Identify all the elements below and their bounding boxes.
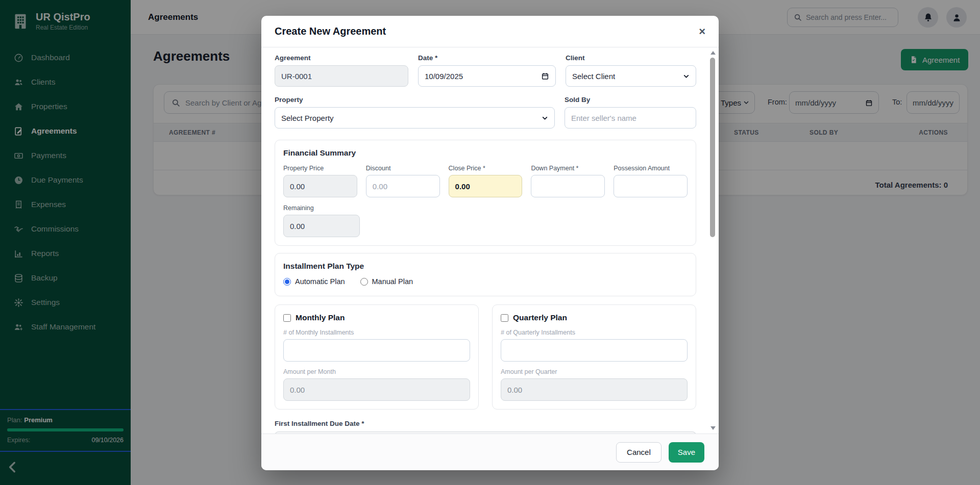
first-due-date-label: First Installment Due Date * xyxy=(275,420,696,427)
close-price-input[interactable]: 0.00 xyxy=(449,175,523,197)
monthly-plan-checkbox[interactable] xyxy=(283,314,291,322)
close-icon[interactable]: × xyxy=(699,26,705,37)
date-field[interactable]: 10/09/2025 xyxy=(418,65,556,87)
modal-title: Create New Agreement xyxy=(275,25,386,37)
client-label: Client xyxy=(566,54,696,62)
scroll-down-arrow[interactable] xyxy=(710,426,716,430)
financial-summary-card: Financial Summary Property Price 0.00 Di… xyxy=(275,140,696,246)
chevron-down-icon xyxy=(683,73,690,80)
save-button[interactable]: Save xyxy=(669,442,704,463)
automatic-plan-radio-input[interactable] xyxy=(283,278,291,286)
down-payment-label: Down Payment * xyxy=(531,165,605,172)
modal-footer: Cancel Save xyxy=(261,433,719,470)
scroll-up-arrow[interactable] xyxy=(710,51,716,55)
quarterly-count-label: # of Quarterly Installments xyxy=(501,329,688,336)
chevron-down-icon xyxy=(542,115,548,121)
quarterly-plan-checkbox[interactable] xyxy=(501,314,508,322)
quarterly-amount-label: Amount per Quarter xyxy=(501,368,688,375)
quarterly-plan-title: Quarterly Plan xyxy=(513,313,567,322)
scrollbar-thumb[interactable] xyxy=(710,58,715,237)
property-price-field: 0.00 xyxy=(283,175,357,197)
agreement-number-field: UR-0001 xyxy=(275,65,408,87)
monthly-count-input[interactable] xyxy=(283,339,470,362)
date-label: Date * xyxy=(418,54,556,62)
quarterly-amount-field: 0.00 xyxy=(501,378,688,401)
modal-body: Agreement UR-0001 Date * 10/09/2025 Clie… xyxy=(261,47,719,433)
quarterly-count-input[interactable] xyxy=(501,339,688,362)
monthly-count-label: # of Monthly Installments xyxy=(283,329,470,336)
possession-amount-label: Possession Amount xyxy=(614,165,688,172)
remaining-label: Remaining xyxy=(283,205,360,212)
first-due-date-field[interactable] xyxy=(275,431,696,433)
create-agreement-modal: Create New Agreement × Agreement UR-0001… xyxy=(261,16,719,470)
property-price-label: Property Price xyxy=(283,165,357,172)
monthly-amount-label: Amount per Month xyxy=(283,368,470,375)
calendar-icon xyxy=(541,72,549,80)
agreement-label: Agreement xyxy=(275,54,408,62)
monthly-plan-title: Monthly Plan xyxy=(296,313,345,322)
plan-type-card: Installment Plan Type Automatic Plan Man… xyxy=(275,253,696,296)
discount-label: Discount xyxy=(366,165,440,172)
possession-amount-input[interactable] xyxy=(614,175,688,197)
plan-type-title: Installment Plan Type xyxy=(283,262,688,271)
cancel-button[interactable]: Cancel xyxy=(616,442,662,463)
modal-scrollbar[interactable] xyxy=(709,49,717,432)
property-label: Property xyxy=(275,96,555,104)
remaining-field: 0.00 xyxy=(283,215,360,237)
down-payment-input[interactable] xyxy=(531,175,605,197)
monthly-amount-field: 0.00 xyxy=(283,378,470,401)
automatic-plan-radio[interactable]: Automatic Plan xyxy=(283,277,345,286)
property-select[interactable]: Select Property xyxy=(275,107,555,129)
sold-by-input[interactable] xyxy=(565,107,696,129)
financial-summary-title: Financial Summary xyxy=(283,148,688,158)
manual-plan-radio[interactable]: Manual Plan xyxy=(360,277,413,286)
monthly-plan-card: Monthly Plan # of Monthly Installments A… xyxy=(275,304,479,410)
sold-by-label: Sold By xyxy=(565,96,696,104)
discount-input[interactable] xyxy=(366,175,440,197)
quarterly-plan-card: Quarterly Plan # of Quarterly Installmen… xyxy=(492,304,696,410)
manual-plan-radio-input[interactable] xyxy=(360,278,368,286)
close-price-label: Close Price * xyxy=(449,165,523,172)
client-select[interactable]: Select Client xyxy=(566,65,696,87)
modal-header: Create New Agreement × xyxy=(261,16,719,47)
